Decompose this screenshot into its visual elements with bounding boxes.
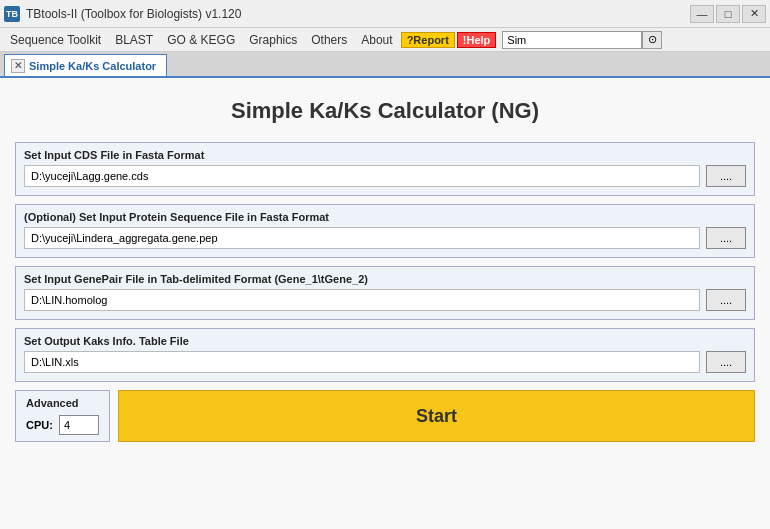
window-controls: — □ ✕	[690, 5, 766, 23]
menu-graphics[interactable]: Graphics	[243, 31, 303, 49]
output-file-browse-button[interactable]: ....	[706, 351, 746, 373]
menu-blast[interactable]: BLAST	[109, 31, 159, 49]
protein-file-row: ....	[24, 227, 746, 249]
search-area: ⊙	[502, 31, 662, 49]
title-bar-left: TB TBtools-II (Toolbox for Biologists) v…	[4, 6, 241, 22]
protein-file-label: (Optional) Set Input Protein Sequence Fi…	[24, 211, 746, 223]
output-file-row: ....	[24, 351, 746, 373]
report-button[interactable]: ?Report	[401, 32, 455, 48]
genepair-file-group: Set Input GenePair File in Tab-delimited…	[15, 266, 755, 320]
genepair-file-input[interactable]	[24, 289, 700, 311]
cds-file-browse-button[interactable]: ....	[706, 165, 746, 187]
tab-ka-ks[interactable]: ✕ Simple Ka/Ks Calculator	[4, 54, 167, 76]
help-button[interactable]: !Help	[457, 32, 497, 48]
advanced-row: Advanced CPU: Start	[15, 390, 755, 442]
main-content: Simple Ka/Ks Calculator (NG) Set Input C…	[0, 78, 770, 529]
tab-bar: ✕ Simple Ka/Ks Calculator	[0, 52, 770, 78]
search-button[interactable]: ⊙	[642, 31, 662, 49]
cds-file-label: Set Input CDS File in Fasta Format	[24, 149, 746, 161]
advanced-title: Advanced	[26, 397, 99, 409]
menu-others[interactable]: Others	[305, 31, 353, 49]
output-file-label: Set Output Kaks Info. Table File	[24, 335, 746, 347]
cds-file-row: ....	[24, 165, 746, 187]
page-title: Simple Ka/Ks Calculator (NG)	[15, 98, 755, 124]
protein-file-browse-button[interactable]: ....	[706, 227, 746, 249]
protein-file-group: (Optional) Set Input Protein Sequence Fi…	[15, 204, 755, 258]
output-file-input[interactable]	[24, 351, 700, 373]
maximize-button[interactable]: □	[716, 5, 740, 23]
cpu-input[interactable]	[59, 415, 99, 435]
cpu-row: CPU:	[26, 415, 99, 435]
genepair-file-browse-button[interactable]: ....	[706, 289, 746, 311]
output-file-group: Set Output Kaks Info. Table File ....	[15, 328, 755, 382]
title-bar: TB TBtools-II (Toolbox for Biologists) v…	[0, 0, 770, 28]
app-icon: TB	[4, 6, 20, 22]
genepair-file-row: ....	[24, 289, 746, 311]
cpu-label: CPU:	[26, 419, 53, 431]
menu-bar: Sequence Toolkit BLAST GO & KEGG Graphic…	[0, 28, 770, 52]
menu-sequence-toolkit[interactable]: Sequence Toolkit	[4, 31, 107, 49]
genepair-file-label: Set Input GenePair File in Tab-delimited…	[24, 273, 746, 285]
menu-about[interactable]: About	[355, 31, 398, 49]
start-button[interactable]: Start	[118, 390, 755, 442]
cds-file-input[interactable]	[24, 165, 700, 187]
cds-file-group: Set Input CDS File in Fasta Format ....	[15, 142, 755, 196]
tab-label: Simple Ka/Ks Calculator	[29, 60, 156, 72]
protein-file-input[interactable]	[24, 227, 700, 249]
search-input[interactable]	[502, 31, 642, 49]
search-icon: ⊙	[648, 33, 657, 46]
menu-go-kegg[interactable]: GO & KEGG	[161, 31, 241, 49]
minimize-button[interactable]: —	[690, 5, 714, 23]
close-button[interactable]: ✕	[742, 5, 766, 23]
app-title: TBtools-II (Toolbox for Biologists) v1.1…	[26, 7, 241, 21]
advanced-box: Advanced CPU:	[15, 390, 110, 442]
tab-close-icon[interactable]: ✕	[11, 59, 25, 73]
